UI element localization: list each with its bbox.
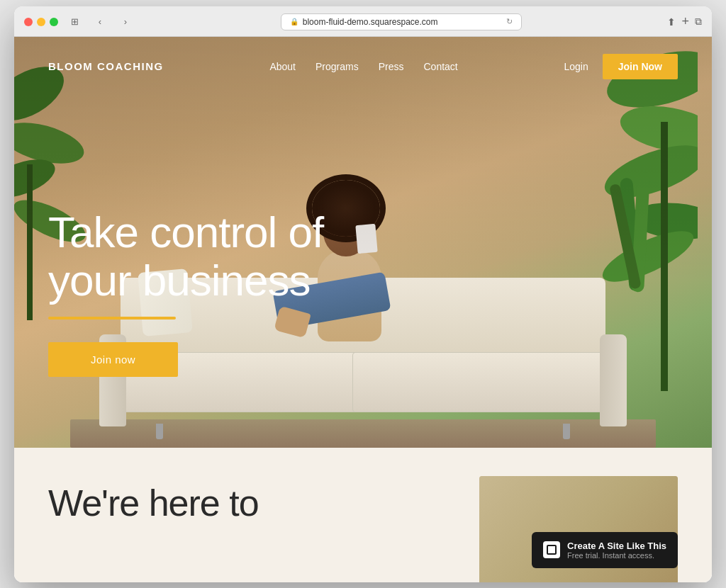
browser-window: ⊞ ‹ › 🔒 bloom-fluid-demo.squarespace.com… [14, 6, 712, 582]
squarespace-badge[interactable]: Create A Site Like This Free trial. Inst… [532, 532, 678, 568]
forward-button[interactable]: › [116, 15, 135, 29]
hero-headline: Take control of your business [48, 208, 678, 305]
lock-icon: 🔒 [290, 18, 298, 26]
hero-content: Take control of your business Join now [48, 208, 678, 376]
traffic-lights [24, 18, 58, 26]
address-bar-wrapper: 🔒 bloom-fluid-demo.squarespace.com ↻ [142, 13, 660, 30]
browser-chrome: ⊞ ‹ › 🔒 bloom-fluid-demo.squarespace.com… [14, 6, 712, 37]
hero-section: BLOOM COACHING About Programs Press Cont… [14, 37, 712, 448]
sidebar-toggle-button[interactable]: ⊞ [65, 15, 84, 29]
address-bar[interactable]: 🔒 bloom-fluid-demo.squarespace.com ↻ [281, 13, 522, 30]
nav-link-programs[interactable]: Programs [315, 60, 359, 73]
browser-actions: ⬆ + ⧉ [667, 14, 702, 29]
navbar: BLOOM COACHING About Programs Press Cont… [14, 37, 712, 96]
below-fold-heading: We're here to [48, 482, 259, 524]
squarespace-logo-icon [547, 545, 557, 555]
url-text: bloom-fluid-demo.squarespace.com [303, 17, 438, 27]
hero-underline-decoration [48, 317, 176, 320]
back-button[interactable]: ‹ [91, 15, 109, 29]
nav-link-programs-anchor[interactable]: Programs [315, 61, 359, 72]
nav-link-about[interactable]: About [269, 60, 296, 73]
nav-link-press[interactable]: Press [379, 60, 404, 73]
squarespace-logo [543, 541, 560, 558]
nav-login-link[interactable]: Login [564, 61, 588, 72]
nav-right: Login Join Now [564, 54, 678, 79]
nav-link-press-anchor[interactable]: Press [379, 61, 404, 72]
squarespace-badge-subtitle: Free trial. Instant access. [567, 551, 666, 560]
below-fold-section: We're here to Create A Site Like This Fr… [14, 448, 712, 582]
maximize-button[interactable] [50, 18, 58, 26]
website-content: BLOOM COACHING About Programs Press Cont… [14, 37, 712, 582]
hero-headline-line2: your business [48, 256, 311, 305]
hero-cta-button[interactable]: Join now [48, 342, 178, 377]
close-button[interactable] [24, 18, 33, 26]
minimize-button[interactable] [37, 18, 45, 26]
tabs-icon[interactable]: ⧉ [695, 16, 702, 28]
nav-join-button[interactable]: Join Now [603, 54, 678, 79]
new-tab-icon[interactable]: + [681, 14, 689, 29]
hero-headline-line1: Take control of [48, 208, 323, 256]
nav-link-contact[interactable]: Contact [424, 60, 458, 73]
squarespace-badge-text: Create A Site Like This Free trial. Inst… [567, 541, 666, 560]
squarespace-badge-title: Create A Site Like This [567, 541, 666, 551]
reload-icon[interactable]: ↻ [506, 17, 513, 26]
nav-logo: BLOOM COACHING [48, 60, 164, 72]
share-icon[interactable]: ⬆ [667, 16, 676, 28]
nav-link-about-anchor[interactable]: About [269, 61, 296, 72]
nav-links: About Programs Press Contact [269, 60, 457, 73]
nav-link-contact-anchor[interactable]: Contact [424, 61, 458, 72]
